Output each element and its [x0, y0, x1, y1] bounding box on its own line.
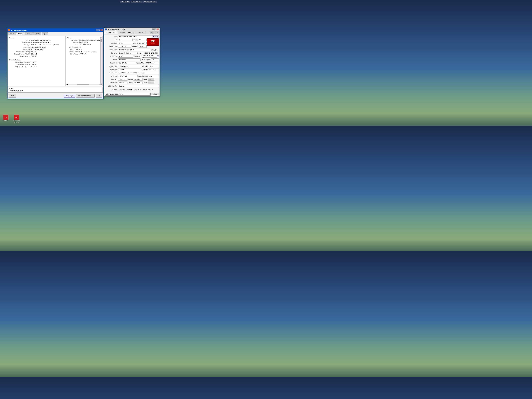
- gpuz-bios-value: 013.012.000.019.000000: [118, 49, 151, 51]
- dxdiag-minimize-btn[interactable]: —: [96, 29, 98, 31]
- gpuz-uefi-checkbox[interactable]: [154, 49, 156, 51]
- direct3d-label: Direct3D Acceleration:: [9, 64, 31, 66]
- desktop-icons-area: PDF Öğretim El... PDF 26 eylül 2016 2017…: [1, 114, 21, 123]
- browser-tab-nyt[interactable]: The New York Tim...: [143, 1, 157, 3]
- gpuz-texture-value: 37.2 GTexel/s: [146, 62, 159, 64]
- hscroll-thumb[interactable]: [77, 84, 89, 85]
- gpuz-transistors-label: Transistors: [131, 46, 139, 47]
- device-type-row: Device Type: Full Display Device: [9, 49, 64, 51]
- graphics-text: GRAPHICS: [151, 43, 155, 44]
- gpuz-directcompute-checkbox[interactable]: [140, 89, 141, 90]
- device-name-value: AMD Radeon HD 6800 Series: [31, 39, 64, 41]
- amd-logo: AMD RADEON GRAPHICS: [147, 38, 159, 46]
- gpuz-buswidth-value: 256 Bit: [148, 65, 159, 67]
- tab-system[interactable]: System: [8, 32, 16, 35]
- dxdiag-device-section: Device Name: AMD Radeon HD 6800 Series M…: [8, 36, 66, 86]
- gpuz-digsig-label: Digital Signature: [138, 76, 148, 77]
- gpuz-maximize-btn[interactable]: □: [154, 29, 157, 30]
- gpuz-directx-value: 11.0: [151, 58, 159, 61]
- dxdiag-maximize-btn[interactable]: □: [98, 29, 100, 31]
- notes-content: • No problems found.: [9, 89, 102, 92]
- whql-label: WHQL Logo'd:: [67, 46, 78, 48]
- gpuz-subvendor-value: Sapphire/PCPartner: [118, 52, 136, 54]
- gpuz-businterface-value: PCIe x16 2.0 @ x16 2.0: [142, 55, 157, 57]
- scroll-thumb[interactable]: [101, 39, 102, 42]
- gpuz-directcompute-label: DirectCompute 5.0: [142, 89, 153, 90]
- gpuz-memsize-row: Memory Size 1024 MB Bandwidth 128.0 GB/s: [105, 68, 159, 71]
- gpuz-bandwidth-label: Bandwidth: [141, 69, 148, 70]
- notes-title: Notes: [9, 88, 102, 89]
- gpuz-businterface-label: Bus Interface: [133, 56, 142, 57]
- tab-sound2[interactable]: Sound 2: [33, 32, 41, 35]
- gpuz-refresh-btn[interactable]: ↻: [153, 31, 156, 34]
- tab-input[interactable]: Input: [42, 32, 48, 35]
- gpuz-driverversion-label: Driver Version: [105, 72, 118, 74]
- gpuz-computing-row: Computing OpenCL CUDA PhysX DirectComput…: [105, 88, 159, 91]
- gpuz-name-label: Name: [105, 36, 118, 37]
- gpuz-menu-btn[interactable]: ≡: [156, 31, 159, 34]
- hscroll-left-arrow[interactable]: ◀: [66, 84, 68, 85]
- device-manufacturer-row: Manufacturer: Advanced Micro Devices, In…: [9, 42, 64, 44]
- gpuz-gpuclock-value: 775 MHz: [118, 78, 127, 81]
- d3d-ddi-row: Direct3D DDI: 11.2: [67, 49, 100, 51]
- scroll-up-arrow[interactable]: ▲: [101, 37, 102, 38]
- gpuz-memtype-row: Memory Type GDDR5 (Elpida) Bus Width 256…: [105, 65, 159, 68]
- d3d-ddi-label: Direct3D DDI:: [67, 49, 78, 51]
- gpuz-deviceid-value: 1002 6739 - 174B 174B: [143, 52, 159, 54]
- gpuz-dropdown-arrow: ▼: [149, 93, 150, 95]
- gpuz-minimize-btn[interactable]: —: [152, 29, 154, 30]
- gpuz-tab-sensors[interactable]: Sensors: [118, 31, 126, 34]
- main-driver-label: Main Driver:: [67, 39, 78, 41]
- desktop-icon-1[interactable]: PDF Öğretim El...: [1, 114, 11, 123]
- gpuz-buswidth-label: Bus Width: [141, 66, 148, 67]
- directdraw-value: Enabled: [31, 61, 64, 63]
- gpuz-cuda-checkbox[interactable]: [126, 89, 128, 90]
- gpuz-release-label: Release Date: [105, 46, 118, 47]
- browser-tabs-area: The Sun.html The Guardian.... The New Yo…: [120, 1, 157, 3]
- help-button[interactable]: Help: [9, 94, 16, 97]
- dxdiag-titlebar: ✕ DirectX Diagnostic Tool — □ ✕: [7, 29, 103, 32]
- device-vram-row: Display Memory (VRAM): 1011 MB: [9, 53, 64, 55]
- d3d-ddi-value: 11.2: [79, 49, 100, 51]
- gpuz-tab-validation[interactable]: Validation: [136, 31, 146, 34]
- exit-button[interactable]: Exit: [96, 94, 102, 97]
- gpuz-tab-advanced[interactable]: Advanced: [126, 31, 136, 34]
- gpuz-gpu-dropdown[interactable]: AMD Radeon HD 6800 Series ▼: [105, 93, 151, 95]
- gpuz-gpu-label: GPU: [105, 39, 118, 41]
- hscroll-right-arrow[interactable]: ▶: [98, 84, 100, 85]
- browser-tab-sun[interactable]: The Sun.html: [120, 1, 130, 3]
- dxdiag-window-controls: — □ ✕: [96, 29, 103, 31]
- gpuz-lookup-button[interactable]: Lookup: [152, 36, 159, 38]
- save-all-button[interactable]: Save All Information...: [76, 94, 95, 97]
- gpuz-tab-graphics-card[interactable]: Graphics Card: [104, 31, 118, 34]
- scroll-down-arrow[interactable]: ▼: [101, 83, 102, 85]
- next-page-button[interactable]: Next Page: [64, 94, 75, 97]
- driver-model-label: Driver Model:: [67, 53, 78, 55]
- gpuz-shader-label: Shader: [142, 79, 148, 80]
- gpuz-close-btn[interactable]: ✕: [157, 29, 159, 30]
- drivers-scrollbar[interactable]: ▲ ▼: [100, 37, 102, 85]
- dxdiag-title-text: DirectX Diagnostic Tool: [11, 29, 27, 31]
- dxdiag-close-btn[interactable]: ✕: [101, 29, 103, 31]
- desktop-icon-2[interactable]: PDF 26 eylül 2016 2017 yaban...: [12, 114, 21, 123]
- gpuz-name-row: Name AMD Radeon HD 6800 Series Lookup: [105, 35, 159, 38]
- gpuz-transistors-value: 1700M: [139, 45, 147, 48]
- radeon-text: RADEON: [151, 42, 155, 43]
- tab-display[interactable]: Display: [16, 32, 24, 35]
- gpuz-businterface-help-btn[interactable]: ?: [157, 55, 159, 57]
- desktop-icon-1-img: PDF: [3, 114, 9, 120]
- gpuz-opencl-checkbox[interactable]: [118, 89, 120, 90]
- tab-sound1[interactable]: Sound 1: [25, 32, 33, 35]
- gpuz-title-icon: [105, 29, 107, 30]
- device-sharedmem-label: Shared Memory:: [9, 55, 31, 57]
- drivers-hscrollbar[interactable]: ◀ ▶: [66, 84, 100, 85]
- gpuz-bios-copy-btn[interactable]: ↑: [151, 49, 154, 51]
- gpuz-defaultclock-row: Default Clock 775 MHz Memory 1000 MHz Sh…: [105, 81, 159, 84]
- gpuz-tech-value: 40 nm: [118, 42, 133, 44]
- gpuz-camera-btn[interactable]: 📷: [150, 31, 152, 34]
- gpuz-physx-checkbox[interactable]: [133, 89, 134, 90]
- gpuz-gpu-value: Barts: [118, 39, 133, 41]
- gpuz-driverdate-value: Feb 26, 2016: [118, 75, 138, 77]
- browser-tab-guardian[interactable]: The Guardian....: [131, 1, 142, 3]
- gpuz-close-button[interactable]: Close: [151, 93, 159, 95]
